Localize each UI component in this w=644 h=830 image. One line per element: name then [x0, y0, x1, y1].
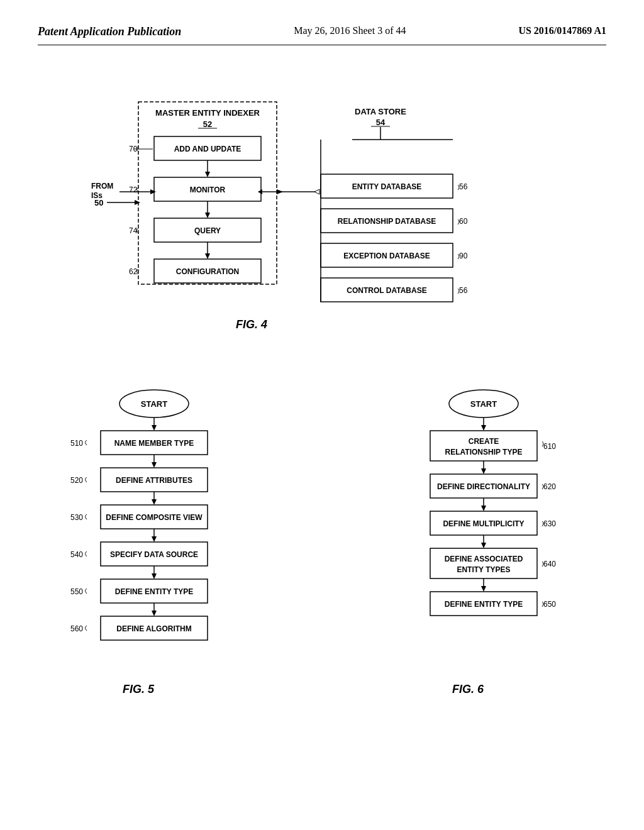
svg-marker-15: [205, 253, 210, 259]
svg-text:62: 62: [129, 267, 138, 276]
svg-text:SPECIFY DATA SOURCE: SPECIFY DATA SOURCE: [110, 550, 198, 559]
svg-text:640: 640: [543, 560, 556, 568]
svg-marker-48: [277, 189, 283, 194]
svg-text:DEFINE ALGORITHM: DEFINE ALGORITHM: [116, 624, 192, 633]
svg-text:CREATE: CREATE: [469, 437, 499, 446]
svg-marker-95: [481, 468, 486, 474]
svg-marker-69: [152, 536, 157, 542]
svg-marker-90: [481, 425, 486, 431]
svg-marker-49: [314, 189, 319, 194]
svg-text:630: 630: [543, 519, 556, 528]
header-left: Patent Application Publication: [38, 25, 181, 38]
svg-text:560: 560: [70, 624, 83, 633]
svg-text:72: 72: [129, 185, 138, 194]
svg-text:DEFINE ATTRIBUTES: DEFINE ATTRIBUTES: [116, 476, 192, 485]
svg-text:52: 52: [203, 119, 212, 129]
svg-text:520: 520: [70, 476, 83, 485]
svg-marker-73: [152, 573, 157, 579]
svg-text:620: 620: [543, 482, 556, 491]
fig4-diagram: MASTER ENTITY INDEXER 52 ADD AND UPDATE …: [38, 83, 606, 347]
svg-text:MASTER ENTITY INDEXER: MASTER ENTITY INDEXER: [155, 108, 260, 118]
svg-text:DEFINE ASSOCIATED: DEFINE ASSOCIATED: [445, 555, 523, 563]
svg-text:START: START: [470, 399, 497, 409]
svg-marker-77: [152, 611, 157, 616]
svg-text:FIG. 6: FIG. 6: [452, 683, 484, 695]
svg-text:MONITOR: MONITOR: [190, 185, 226, 194]
svg-text:DEFINE ENTITY TYPE: DEFINE ENTITY TYPE: [115, 587, 193, 596]
svg-text:DEFINE ENTITY TYPE: DEFINE ENTITY TYPE: [445, 600, 523, 609]
svg-text:ISs: ISs: [91, 191, 103, 200]
svg-text:RELATIONSHIP DATABASE: RELATIONSHIP DATABASE: [338, 217, 436, 226]
svg-marker-65: [152, 499, 157, 505]
svg-text:650: 650: [543, 600, 556, 609]
svg-marker-103: [481, 543, 486, 548]
fig5-diagram: START NAME MEMBER TYPE DEFINE ATTRIBUTES: [38, 385, 277, 712]
svg-text:RELATIONSHIP TYPE: RELATIONSHIP TYPE: [445, 448, 523, 456]
svg-text:DEFINE DIRECTIONALITY: DEFINE DIRECTIONALITY: [437, 482, 530, 491]
svg-text:FIG. 4: FIG. 4: [236, 318, 267, 331]
fig4-svg: MASTER ENTITY INDEXER 52 ADD AND UPDATE …: [38, 83, 604, 341]
svg-marker-108: [481, 586, 486, 592]
fig6-svg: START CREATE RELATIONSHIP TYPE DEFINE DI…: [367, 385, 606, 718]
svg-text:60: 60: [459, 217, 468, 226]
svg-text:DEFINE MULTIPLICITY: DEFINE MULTIPLICITY: [443, 519, 524, 528]
svg-text:START: START: [141, 399, 167, 409]
svg-text:540: 540: [70, 550, 83, 559]
svg-text:530: 530: [70, 513, 83, 522]
svg-text:DEFINE COMPOSITE VIEW: DEFINE COMPOSITE VIEW: [106, 513, 203, 522]
svg-text:ENTITY DATABASE: ENTITY DATABASE: [352, 182, 422, 191]
svg-marker-61: [152, 462, 157, 468]
svg-text:510: 510: [70, 439, 83, 448]
header-right: US 2016/0147869 A1: [518, 25, 606, 36]
svg-text:74: 74: [129, 226, 138, 235]
svg-text:EXCEPTION DATABASE: EXCEPTION DATABASE: [343, 252, 430, 260]
svg-text:56: 56: [459, 182, 468, 191]
fig56-section: START NAME MEMBER TYPE DEFINE ATTRIBUTES: [38, 385, 606, 712]
page-header: Patent Application Publication May 26, 2…: [38, 25, 606, 45]
svg-text:ADD AND UPDATE: ADD AND UPDATE: [174, 145, 242, 153]
svg-text:QUERY: QUERY: [194, 226, 221, 235]
svg-marker-99: [481, 506, 486, 511]
fig5-svg: START NAME MEMBER TYPE DEFINE ATTRIBUTES: [38, 385, 277, 718]
svg-text:ENTITY TYPES: ENTITY TYPES: [457, 565, 510, 574]
svg-marker-57: [152, 425, 157, 431]
svg-marker-11: [205, 213, 210, 218]
svg-marker-7: [205, 172, 210, 177]
svg-text:CONFIGURATION: CONFIGURATION: [176, 267, 239, 276]
fig6-diagram: START CREATE RELATIONSHIP TYPE DEFINE DI…: [367, 385, 606, 712]
svg-text:FIG. 5: FIG. 5: [123, 683, 155, 695]
header-center: May 26, 2016 Sheet 3 of 44: [294, 25, 406, 36]
svg-text:90: 90: [459, 252, 468, 260]
svg-text:FROM: FROM: [91, 182, 113, 191]
svg-text:NAME MEMBER TYPE: NAME MEMBER TYPE: [114, 439, 194, 448]
svg-text:610: 610: [543, 442, 556, 451]
svg-text:550: 550: [70, 587, 83, 596]
svg-text:54: 54: [376, 118, 386, 127]
svg-marker-20: [135, 200, 140, 205]
page: Patent Application Publication May 26, 2…: [0, 0, 644, 830]
svg-text:56: 56: [459, 286, 468, 295]
svg-text:DATA STORE: DATA STORE: [355, 107, 406, 116]
svg-text:CONTROL DATABASE: CONTROL DATABASE: [347, 286, 426, 295]
